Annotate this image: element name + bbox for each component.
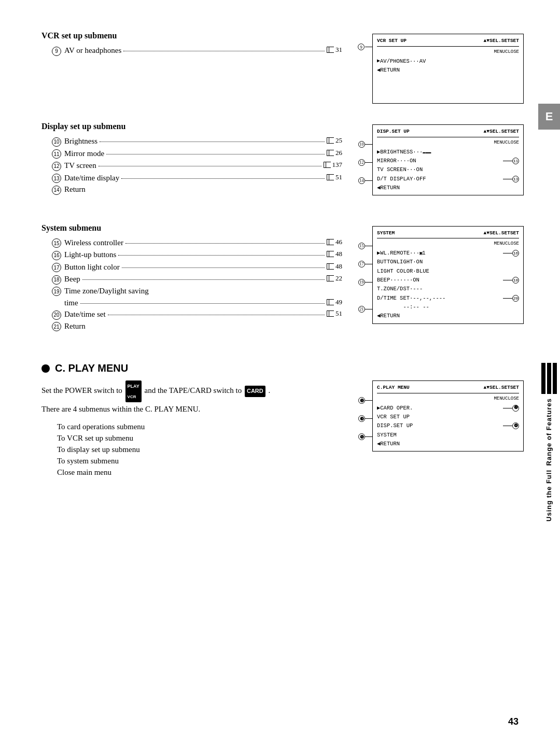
item-label-18: Beep bbox=[64, 275, 80, 284]
side-line-1 bbox=[541, 363, 545, 394]
play-section-left: Set the POWER switch to PLAY VCR and the… bbox=[41, 380, 342, 487]
item-num-10: 10 bbox=[52, 137, 61, 147]
display-setup-section: Display set up submenu 10 Brightness 25 … bbox=[41, 122, 524, 205]
play-title-right: ▲▼SEL.SETSET bbox=[484, 384, 519, 392]
side-vertical-text: Range of Features Using the Full bbox=[538, 363, 560, 521]
play-menu-heading: C. PLAY MENU bbox=[55, 362, 128, 374]
list-item-15: 15 Wireless controller 46 bbox=[52, 238, 342, 248]
page-ref-9: 31 bbox=[327, 46, 342, 54]
item-label-13: Date/time display bbox=[64, 174, 119, 182]
vcr-screen-diagram: 9 VCR SET UP ▲▼SEL.SETSET MENUCLOSE ▶ AV… bbox=[358, 34, 524, 104]
submenu-item-3: To display set up submenu bbox=[57, 445, 342, 454]
dots-leader bbox=[122, 267, 325, 268]
num-13: 13 bbox=[512, 176, 519, 182]
side-line-2 bbox=[547, 363, 551, 394]
sys-line-5: T.ZONE/DST·--- bbox=[377, 285, 519, 293]
list-item-19b: time 49 bbox=[64, 298, 342, 307]
sys-title-left: SYSTEM bbox=[377, 229, 395, 237]
disp-line-4: D/T DISPLAY·OFF 13 bbox=[377, 175, 519, 184]
num-16: 16 bbox=[512, 250, 519, 257]
num-19: 19 bbox=[358, 279, 365, 286]
dots-leader bbox=[118, 255, 325, 256]
item-label-17: Button light color bbox=[64, 263, 120, 272]
play-section-row: Set the POWER switch to PLAY VCR and the… bbox=[41, 380, 524, 487]
list-item-14: 14 Return bbox=[52, 185, 342, 195]
play-line-3: DISP.SET UP ❹ bbox=[377, 421, 519, 430]
play-menuclose: MENUCLOSE bbox=[377, 395, 519, 403]
item-label-21: Return bbox=[64, 322, 86, 331]
num-10: 10 bbox=[358, 141, 365, 148]
dots-leader bbox=[125, 243, 325, 244]
sys-title-right: ▲▼SEL.SETSET bbox=[484, 229, 519, 237]
play-line-4: SYSTEM bbox=[377, 431, 519, 440]
sys-line-4: BEEP·······ON 18 bbox=[377, 276, 519, 285]
disp-line-5: ◀RETURN bbox=[377, 184, 519, 192]
submenu-item-1: To card operations submenu bbox=[57, 422, 342, 431]
play-line-1: ▶CARD OPER. ❷ bbox=[377, 404, 519, 413]
item-label-19: Time zone/Daylight saving bbox=[64, 287, 149, 295]
disp-line-2: MIRROR····ON 11 bbox=[377, 157, 519, 165]
list-item-12: 12 TV screen 137 bbox=[52, 161, 342, 171]
play-line-5: ◀RETURN bbox=[377, 440, 519, 448]
play-screen-right: ❶ ❸ ❺ bbox=[358, 380, 524, 451]
screen-title-left: DISP.SET UP bbox=[377, 128, 410, 136]
play-submenu-list: To card operations submenu To VCR set up… bbox=[57, 422, 342, 477]
book-icon bbox=[327, 311, 334, 317]
sys-line-6: D/TIME SET·--,--,---- 20 bbox=[377, 294, 519, 303]
page-ref-11: 26 bbox=[327, 149, 342, 157]
book-icon bbox=[327, 150, 334, 156]
vcr-setup-heading: VCR set up submenu bbox=[41, 31, 342, 40]
item-num-9: 9 bbox=[52, 47, 61, 56]
num-21: 21 bbox=[358, 306, 365, 313]
item-num-13: 13 bbox=[52, 174, 61, 183]
dots-leader bbox=[121, 178, 325, 179]
system-heading: System submenu bbox=[41, 223, 342, 233]
item-label-15: Wireless controller bbox=[64, 238, 123, 247]
disp-line-3: TV SCREEN···ON bbox=[377, 165, 519, 174]
num-11: 11 bbox=[512, 158, 519, 164]
item-num-14: 14 bbox=[52, 186, 61, 195]
item-label-time: time bbox=[64, 299, 78, 307]
submenu-item-2: To VCR set up submenu bbox=[57, 434, 342, 443]
sys-left-nums: 15 17 19 bbox=[358, 226, 372, 314]
list-item-20: 20 Date/time set 51 bbox=[52, 309, 342, 320]
vcr-setup-left: VCR set up submenu 9 AV or headphones 31 bbox=[41, 31, 342, 66]
page-ref-17: 48 bbox=[327, 262, 342, 271]
menu-close-label: MENUCLOSE bbox=[377, 48, 519, 56]
vcr-setup-section: VCR set up submenu 9 AV or headphones 31 bbox=[41, 31, 524, 104]
dots-leader bbox=[82, 279, 325, 280]
screen-title-right: ▲▼SEL.SETSET bbox=[484, 37, 519, 45]
list-item-13: 13 Date/time display 51 bbox=[52, 173, 342, 184]
book-icon bbox=[327, 263, 334, 270]
list-item-19: 19 Time zone/Daylight saving bbox=[52, 287, 342, 297]
screen-title-left: VCR SET UP bbox=[377, 37, 407, 45]
play-menu-section: C. PLAY MENU Set the POWER switch to PLA… bbox=[41, 362, 524, 487]
play-screen-box: C.PLAY MENU ▲▼SEL.SETSET MENUCLOSE ▶CARD… bbox=[372, 380, 524, 451]
screen-text-1: AV/PHONES···AV bbox=[380, 57, 426, 66]
item-label-11: Mirror mode bbox=[64, 149, 104, 158]
item-num-12: 12 bbox=[52, 162, 61, 171]
display-setup-right: 10 12 14 bbox=[358, 122, 524, 195]
list-item-18: 18 Beep 22 bbox=[52, 274, 342, 285]
page-ref-20: 51 bbox=[327, 309, 342, 318]
disp-screen-box: DISP.SET UP ▲▼SEL.SETSET MENUCLOSE ▶BRIG… bbox=[372, 124, 524, 195]
page-ref-16: 48 bbox=[327, 250, 342, 258]
sys-line-1: ▶WL.REMOTE···▣1 16 bbox=[377, 249, 519, 258]
book-icon bbox=[327, 174, 334, 180]
dots-leader bbox=[80, 303, 325, 304]
disp-line-1: ▶BRIGHTNESS···▬▬▬ bbox=[377, 148, 519, 157]
item-num-17: 17 bbox=[52, 263, 61, 272]
num-14: 14 bbox=[358, 177, 365, 184]
page-ref-13: 51 bbox=[327, 173, 342, 181]
tab-letter: E bbox=[545, 110, 553, 123]
menu-close-label: MENUCLOSE bbox=[377, 139, 519, 147]
item-label-10: Brightness bbox=[64, 137, 97, 146]
book-icon bbox=[327, 137, 334, 144]
side-tab-e: E bbox=[538, 104, 560, 130]
num-12: 12 bbox=[358, 159, 365, 166]
screen-text-2: ◀RETURN bbox=[377, 67, 400, 73]
item-label-14: Return bbox=[64, 185, 86, 194]
system-left: System submenu 15 Wireless controller 46… bbox=[41, 223, 342, 342]
play-title-left: C.PLAY MENU bbox=[377, 384, 410, 392]
play-screen-diagram: ❶ ❸ ❺ bbox=[358, 380, 524, 451]
